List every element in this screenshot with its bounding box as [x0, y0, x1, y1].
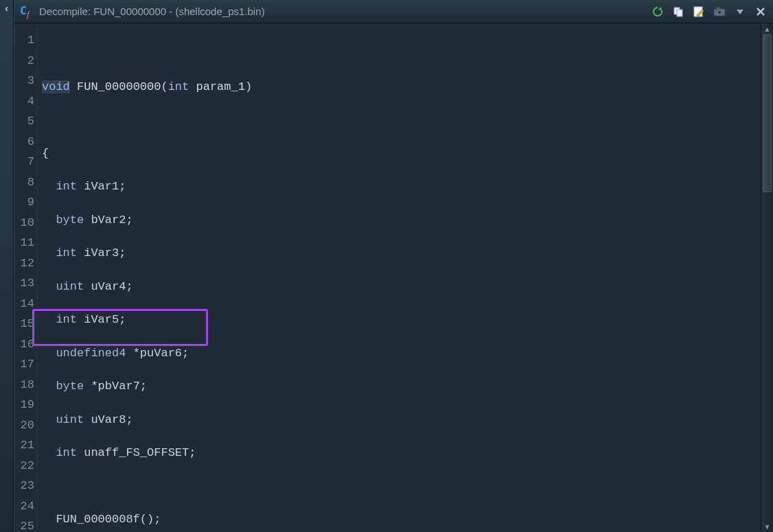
decompile-panel: Cf Decompile: FUN_00000000 - (shellcode_… — [14, 0, 773, 532]
code-line[interactable] — [42, 476, 773, 497]
scroll-down-arrow-icon[interactable]: ▼ — [761, 521, 773, 532]
line-gutter: 1234567891011121314151617181920212223242… — [14, 23, 38, 532]
menu-dropdown-button[interactable] — [732, 3, 748, 20]
vertical-scrollbar[interactable]: ▲ ▼ — [761, 23, 773, 532]
code-line[interactable]: int iVar1; — [42, 176, 773, 197]
copy-icon — [672, 5, 684, 18]
titlebar-tools — [649, 3, 769, 20]
code-line[interactable]: int unaff_FS_OFFSET; — [42, 443, 773, 463]
scroll-up-arrow-icon[interactable]: ▲ — [761, 23, 773, 34]
refresh-button[interactable] — [649, 3, 666, 20]
copy-button[interactable] — [670, 3, 687, 20]
code-line[interactable]: uint uVar8; — [42, 410, 773, 430]
edit-button[interactable] — [691, 3, 707, 20]
scroll-thumb[interactable] — [763, 34, 772, 192]
function-name[interactable]: FUN_00000000 — [77, 80, 161, 93]
code-line[interactable]: int iVar5; — [42, 310, 773, 330]
param-name[interactable]: param_1 — [196, 80, 244, 93]
window-title: Decompile: FUN_00000000 - (shellcode_ps1… — [39, 5, 644, 17]
code-area[interactable]: 1234567891011121314151617181920212223242… — [14, 23, 773, 532]
code-line[interactable]: void FUN_00000000(int param_1) — [42, 77, 773, 97]
code-line[interactable]: { — [42, 143, 773, 164]
close-icon — [756, 7, 765, 16]
keyword-void: void — [42, 80, 70, 93]
code-line[interactable]: uint uVar4; — [42, 277, 773, 297]
snapshot-button[interactable] — [711, 3, 728, 20]
code-line[interactable]: byte bVar2; — [42, 210, 773, 231]
decompile-cf-icon: Cf — [20, 5, 34, 19]
snapshot-icon — [713, 5, 726, 18]
code-line[interactable] — [42, 43, 773, 64]
titlebar: Cf Decompile: FUN_00000000 - (shellcode_… — [14, 0, 773, 23]
code-body[interactable]: void FUN_00000000(int param_1) { int iVa… — [38, 23, 773, 532]
code-line[interactable] — [42, 110, 773, 130]
edit-icon — [693, 5, 705, 18]
collapse-chevron-icon: ‹ — [5, 3, 8, 14]
close-button[interactable] — [752, 3, 769, 20]
keyword-int: int — [168, 80, 189, 93]
code-line[interactable]: int iVar3; — [42, 243, 773, 264]
scroll-track[interactable] — [761, 34, 773, 521]
svg-rect-1 — [677, 10, 682, 16]
code-line[interactable]: FUN_0000008f(); — [42, 509, 773, 530]
code-line[interactable]: byte *pbVar7; — [42, 376, 773, 397]
decompiler-window: ‹ Cf Decompile: FUN_00000000 - (shellcod… — [0, 0, 773, 532]
svg-rect-4 — [717, 8, 720, 10]
svg-point-5 — [717, 10, 722, 14]
collapse-rail[interactable]: ‹ — [0, 0, 14, 532]
call-FUN_0000008f[interactable]: FUN_0000008f(); — [56, 513, 161, 526]
code-line[interactable]: undefined4 *puVar6; — [42, 343, 773, 364]
refresh-icon — [651, 5, 664, 18]
menu-caret-icon — [735, 7, 745, 16]
